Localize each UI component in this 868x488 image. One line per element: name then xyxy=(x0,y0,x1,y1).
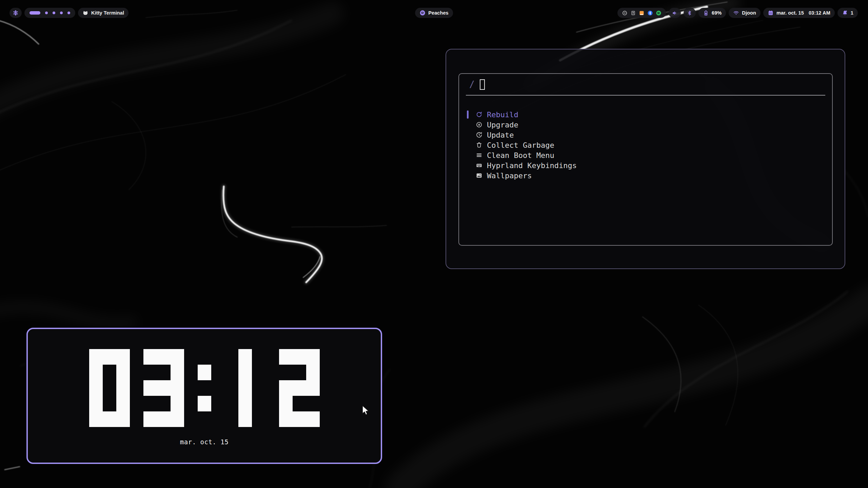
bar-center-modules: Peaches xyxy=(415,8,453,18)
refresh-icon xyxy=(476,111,482,118)
launcher-item-collect-garbage[interactable]: Collect Garbage xyxy=(459,140,832,150)
clock-refresh-icon xyxy=(476,131,482,138)
launcher-item-upgrade[interactable]: Upgrade xyxy=(459,120,832,130)
launcher-box: / RebuildUpgradeUpdateCollect GarbageCle… xyxy=(458,73,833,246)
bell-icon xyxy=(842,10,848,16)
clock-digit-2 xyxy=(279,349,320,427)
clock-indicator[interactable]: mar. oct. 15 03:12 AM xyxy=(763,8,835,18)
selection-indicator xyxy=(467,131,469,139)
selection-indicator xyxy=(467,151,469,159)
launcher-item-label: Collect Garbage xyxy=(487,141,554,149)
selection-indicator xyxy=(467,171,469,180)
launcher-item-hyprland-keybindings[interactable]: Hyprland Keybindings xyxy=(459,160,832,170)
launcher-item-clean-boot-menu[interactable]: Clean Boot Menu xyxy=(459,150,832,160)
bar-left-modules: Kitty Terminal xyxy=(9,8,129,18)
nixos-logo-icon xyxy=(13,10,19,16)
download-circle-icon xyxy=(476,121,482,128)
keyboard-icon xyxy=(476,162,482,169)
menu-lines-icon xyxy=(476,152,482,159)
image-icon xyxy=(476,172,482,179)
media-player[interactable]: Peaches xyxy=(415,8,453,18)
bluetooth-blue-icon[interactable] xyxy=(647,10,653,16)
selection-indicator xyxy=(467,161,469,169)
notifications-indicator[interactable]: 1 xyxy=(837,8,858,18)
launcher-item-label: Hyprland Keybindings xyxy=(487,161,577,170)
bar-right-modules: 69% Djoon mar. oct. 15 03:12 AM 1 xyxy=(617,8,858,18)
launcher-item-label: Rebuild xyxy=(487,110,518,119)
network-indicator[interactable]: Djoon xyxy=(729,8,761,18)
bluetooth-icon xyxy=(687,10,692,16)
bluetooth-button[interactable] xyxy=(684,8,696,18)
clock-digit-1 xyxy=(225,349,265,427)
mouse-cursor xyxy=(361,405,370,415)
text-cursor-icon xyxy=(480,79,485,90)
bar-date: mar. oct. 15 xyxy=(776,8,804,18)
system-tray xyxy=(617,8,666,18)
desktop: Kitty Terminal Peaches 69% Djoon xyxy=(0,0,868,488)
launcher-item-label: Update xyxy=(487,131,514,139)
launcher-item-wallpapers[interactable]: Wallpapers xyxy=(459,170,832,181)
workspace-5[interactable] xyxy=(67,12,70,14)
volume-button[interactable] xyxy=(669,8,681,18)
launcher-panel: / RebuildUpgradeUpdateCollect GarbageCle… xyxy=(446,49,845,269)
workspace-2[interactable] xyxy=(45,12,48,14)
workspace-3[interactable] xyxy=(53,12,55,14)
launcher-list: RebuildUpgradeUpdateCollect GarbageClean… xyxy=(459,109,832,181)
battery-level: 69% xyxy=(712,8,722,18)
active-window[interactable]: Kitty Terminal xyxy=(78,8,129,18)
cat-icon xyxy=(82,10,88,16)
workspace-4[interactable] xyxy=(60,12,63,14)
workspaces xyxy=(24,8,75,18)
workspace-1[interactable] xyxy=(29,11,40,15)
media-title: Peaches xyxy=(428,8,449,18)
launcher-item-label: Clean Boot Menu xyxy=(487,151,554,160)
clock-digit-3 xyxy=(143,349,184,427)
clock-digit-0 xyxy=(89,349,130,427)
battery-indicator[interactable]: 69% xyxy=(698,8,726,18)
top-bar: Kitty Terminal Peaches 69% Djoon xyxy=(0,8,868,18)
launcher-search-input[interactable]: / xyxy=(459,74,832,95)
launcher-item-update[interactable]: Update xyxy=(459,130,832,140)
nixos-menu-button[interactable] xyxy=(9,8,22,18)
clock-date: mar. oct. 15 xyxy=(28,438,381,446)
disc-icon[interactable] xyxy=(622,10,628,16)
calendar-icon xyxy=(768,10,774,16)
selection-indicator xyxy=(467,141,469,149)
launcher-item-label: Wallpapers xyxy=(487,171,532,180)
clock-time xyxy=(28,349,381,427)
selection-indicator xyxy=(467,110,469,119)
keepass-icon[interactable] xyxy=(630,10,636,16)
notification-count: 1 xyxy=(851,8,853,18)
clock-widget: mar. oct. 15 xyxy=(26,328,382,464)
wifi-icon xyxy=(733,10,739,16)
battery-icon xyxy=(703,10,709,16)
separator xyxy=(466,95,825,96)
spotify-icon xyxy=(419,10,426,16)
selection-indicator xyxy=(467,121,469,129)
spotify-green-icon[interactable] xyxy=(656,10,662,16)
prompt-symbol: / xyxy=(469,79,475,89)
trash-icon xyxy=(476,142,482,148)
bar-time: 03:12 AM xyxy=(809,8,830,18)
clock-colon xyxy=(198,349,211,427)
speaker-icon xyxy=(672,10,677,16)
notebook-icon[interactable] xyxy=(639,10,645,16)
network-ssid: Djoon xyxy=(742,8,756,18)
launcher-item-rebuild[interactable]: Rebuild xyxy=(459,109,832,120)
launcher-item-label: Upgrade xyxy=(487,121,518,129)
active-window-title: Kitty Terminal xyxy=(91,8,124,18)
